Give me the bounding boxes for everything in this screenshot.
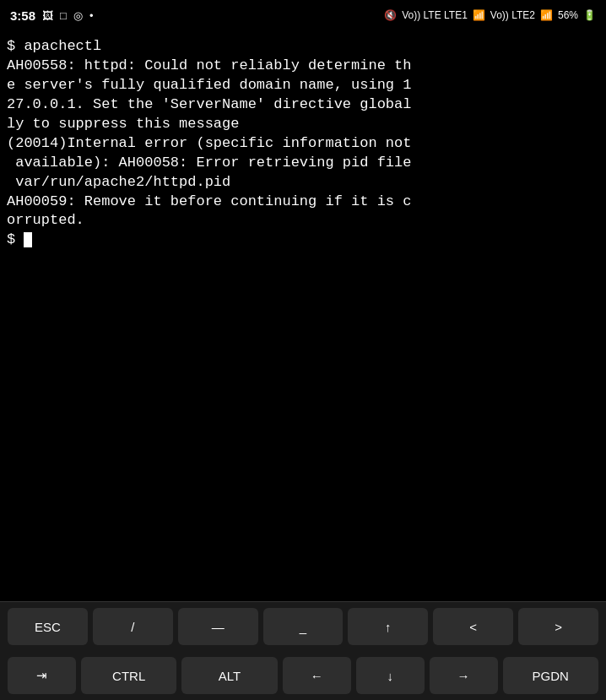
keyboard-row-2: ⇥ CTRL ALT ← ↓ → PGDN — [0, 651, 606, 700]
terminal-cursor — [24, 232, 32, 247]
key-esc[interactable]: ESC — [8, 608, 88, 645]
status-bar: 3:58 🖼 □ ◎ • 🔇 Vo)) LTE LTE1 📶 Vo)) LTE2… — [0, 0, 606, 30]
key-up[interactable]: ↑ — [348, 608, 428, 645]
status-left: 3:58 🖼 □ ◎ • — [10, 8, 93, 23]
photo-icon: 🖼 — [42, 9, 53, 22]
square-icon: □ — [60, 9, 67, 22]
key-ctrl[interactable]: CTRL — [81, 657, 176, 694]
status-time: 3:58 — [10, 8, 35, 23]
key-tab[interactable]: ⇥ — [8, 657, 76, 694]
key-down[interactable]: ↓ — [356, 657, 425, 694]
keyboard: ESC / — _ ↑ < > ⇥ CTRL ALT ← ↓ → PGDN — [0, 601, 606, 700]
mute-icon: 🔇 — [384, 9, 397, 21]
key-dash[interactable]: — — [178, 608, 258, 645]
key-pgdn[interactable]: PGDN — [503, 657, 598, 694]
key-right[interactable]: → — [430, 657, 498, 694]
dot-icon: • — [89, 9, 94, 22]
key-left[interactable]: ← — [283, 657, 351, 694]
key-alt[interactable]: ALT — [181, 657, 277, 694]
signal2-icon: 📶 — [540, 9, 553, 21]
signal1-icon: 📶 — [473, 9, 485, 21]
network1-label: Vo)) LTE LTE1 — [402, 9, 468, 21]
key-less-than[interactable]: < — [433, 608, 513, 645]
network2-label: Vo)) LTE2 — [490, 9, 535, 21]
terminal-area[interactable]: $ apachectl AH00558: httpd: Could not re… — [0, 30, 606, 601]
status-right: 🔇 Vo)) LTE LTE1 📶 Vo)) LTE2 📶 56% 🔋 — [384, 9, 596, 21]
keyboard-row-1: ESC / — _ ↑ < > — [0, 602, 606, 651]
battery-icon: 🔋 — [583, 9, 596, 21]
battery-label: 56% — [558, 9, 578, 21]
circle-icon: ◎ — [73, 9, 83, 22]
key-greater-than[interactable]: > — [518, 608, 598, 645]
key-slash[interactable]: / — [93, 608, 173, 645]
terminal-output: $ apachectl AH00558: httpd: Could not re… — [7, 37, 599, 250]
key-underscore[interactable]: _ — [263, 608, 344, 645]
